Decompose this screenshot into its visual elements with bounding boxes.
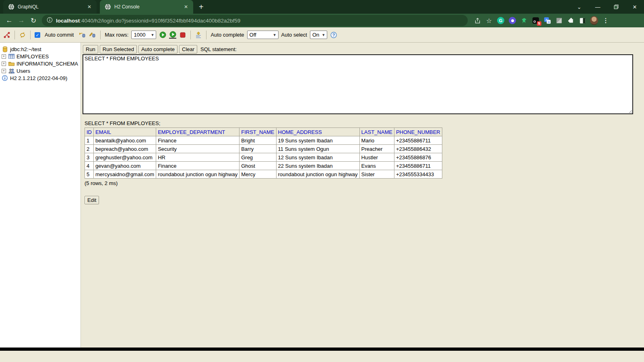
tree-item-connection[interactable]: jdbc:h2:~/test — [2, 45, 79, 53]
share-icon[interactable] — [473, 16, 481, 25]
restore-button[interactable] — [607, 0, 625, 14]
green-bird-extension-icon[interactable] — [520, 16, 528, 25]
table-row: 1beantalk@yahoo.comFinanceBright19 Suns … — [85, 136, 442, 145]
dark-extension-icon[interactable]: 5 — [532, 16, 540, 25]
table-cell[interactable]: mercysaidno@gmail.com — [94, 170, 156, 179]
address-bar[interactable]: localhost:4040/h2/login.do?jsessionid=91… — [42, 15, 468, 26]
tab-close-icon[interactable]: ✕ — [86, 4, 93, 10]
table-cell[interactable]: Finance — [156, 136, 239, 145]
translate-extension-icon[interactable]: Aa — [543, 16, 551, 25]
table-cell[interactable]: 22 Suns system Ibadan — [276, 162, 359, 170]
stop-icon[interactable] — [179, 31, 186, 39]
reload-button[interactable]: ↻ — [27, 15, 39, 26]
table-cell[interactable]: Hustler — [359, 153, 394, 162]
close-window-button[interactable]: ✕ — [625, 0, 644, 14]
sidepanel-icon[interactable] — [578, 16, 586, 25]
column-header[interactable]: FIRST_NAME — [239, 128, 276, 136]
tree-item-information-schema[interactable]: + INFORMATION_SCHEMA — [2, 60, 79, 67]
minimize-button[interactable]: — — [588, 0, 607, 14]
table-cell[interactable]: Sister — [359, 170, 394, 179]
column-header[interactable]: HOME_ADDRESS — [276, 128, 359, 136]
run-icon[interactable] — [159, 31, 166, 39]
table-cell[interactable]: +234555334433 — [394, 170, 442, 179]
sql-input[interactable]: SELECT * FROM EMPLOYEES — [83, 54, 633, 114]
table-cell[interactable]: 11 Suns system Ogun — [276, 145, 359, 153]
clear-button[interactable]: Clear — [179, 45, 197, 53]
gray-extension-icon[interactable] — [555, 16, 563, 25]
grammarly-extension-icon[interactable]: G — [497, 16, 505, 25]
table-cell[interactable]: beantalk@yahoo.com — [94, 136, 156, 145]
table-cell[interactable]: 1 — [85, 136, 94, 145]
run-button[interactable]: Run — [83, 45, 98, 53]
table-row: 5mercysaidno@gmail.comroundabout junctio… — [85, 170, 442, 179]
table-cell[interactable]: roundabout junction ogun highway — [156, 170, 239, 179]
rollback-icon[interactable] — [79, 31, 86, 39]
expand-icon[interactable]: + — [2, 69, 6, 73]
help-icon[interactable]: ? — [330, 31, 337, 39]
tab-h2-console[interactable]: H2 Console ✕ — [100, 0, 193, 14]
tab-close-icon[interactable]: ✕ — [183, 4, 189, 10]
table-cell[interactable]: gevan@yahoo.com — [94, 162, 156, 170]
table-cell[interactable]: +23455886711 — [394, 136, 442, 145]
auto-select-select[interactable]: On▼ — [310, 31, 327, 39]
auto-complete-button[interactable]: Auto complete — [138, 45, 178, 53]
column-header[interactable]: LAST_NAME — [359, 128, 394, 136]
auto-commit-label: Auto commit — [45, 32, 74, 38]
tab-search-chevron-icon[interactable]: ⌄ — [570, 0, 588, 14]
auto-commit-checkbox[interactable]: ✓ — [35, 32, 40, 38]
h2-toolbar: ✓ Auto commit Max rows: 1000▼ Auto compl… — [0, 27, 644, 43]
auto-complete-select[interactable]: Off▼ — [247, 31, 279, 39]
table-cell[interactable]: Bright — [239, 136, 276, 145]
purple-extension-icon[interactable] — [508, 16, 516, 25]
table-cell[interactable]: Ghost — [239, 162, 276, 170]
table-cell[interactable]: Security — [156, 145, 239, 153]
expand-icon[interactable]: + — [2, 62, 6, 66]
table-cell[interactable]: greghustler@yahoo.com — [94, 153, 156, 162]
table-cell[interactable]: 2 — [85, 145, 94, 153]
edit-database-icon[interactable] — [89, 31, 96, 39]
table-cell[interactable]: Preacher — [359, 145, 394, 153]
tree-item-employees[interactable]: + EMPLOYEES — [2, 53, 79, 60]
back-button[interactable]: ← — [3, 15, 15, 26]
table-cell[interactable]: 12 Suns system Ibadan — [276, 153, 359, 162]
table-cell[interactable]: Mario — [359, 136, 394, 145]
new-tab-button[interactable]: + — [193, 2, 209, 12]
expand-icon[interactable]: + — [2, 54, 6, 59]
disconnect-icon[interactable] — [3, 31, 10, 39]
extensions-puzzle-icon[interactable] — [567, 16, 575, 25]
table-cell[interactable]: Evans — [359, 162, 394, 170]
run-selected-icon[interactable] — [169, 31, 176, 39]
refresh-icon[interactable] — [19, 31, 26, 39]
table-cell[interactable]: Finance — [156, 162, 239, 170]
run-selected-button[interactable]: Run Selected — [100, 45, 137, 53]
column-header[interactable]: PHONE_NUMBER — [394, 128, 442, 136]
table-cell[interactable]: Barry — [239, 145, 276, 153]
table-cell[interactable]: 3 — [85, 153, 94, 162]
info-icon — [2, 75, 8, 81]
column-header[interactable]: EMPLOYEE_DEPARTMENT — [156, 128, 239, 136]
bookmark-star-icon[interactable]: ☆ — [485, 16, 493, 25]
tab-graphiql[interactable]: GraphiQL ✕ — [3, 0, 97, 14]
table-cell[interactable]: Mercy — [239, 170, 276, 179]
table-cell[interactable]: 19 Suns system Ibadan — [276, 136, 359, 145]
edit-button[interactable]: Edit — [85, 196, 99, 204]
table-cell[interactable]: +23455886711 — [394, 162, 442, 170]
browser-menu-icon[interactable]: ⋮ — [602, 16, 610, 25]
column-header[interactable]: EMAIL — [94, 128, 156, 136]
table-cell[interactable]: HR — [156, 153, 239, 162]
column-header[interactable]: ID — [85, 128, 94, 136]
table-cell[interactable]: +23455886876 — [394, 153, 442, 162]
table-cell[interactable]: bepreach@yahoo.com — [94, 145, 156, 153]
forward-button[interactable]: → — [15, 15, 27, 26]
format-sql-icon[interactable] — [195, 31, 202, 39]
max-rows-select[interactable]: 1000▼ — [131, 31, 156, 39]
table-cell[interactable]: roundabout junction ogun highway — [276, 170, 359, 179]
site-info-icon[interactable] — [47, 17, 53, 25]
table-cell[interactable]: 4 — [85, 162, 94, 170]
tree-item-users[interactable]: + Users — [2, 67, 79, 74]
table-cell[interactable]: +23455886432 — [394, 145, 442, 153]
table-cell[interactable]: Greg — [239, 153, 276, 162]
profile-avatar[interactable] — [590, 16, 598, 25]
table-cell[interactable]: 5 — [85, 170, 94, 179]
query-echo: SELECT * FROM EMPLOYEES; — [85, 120, 644, 126]
